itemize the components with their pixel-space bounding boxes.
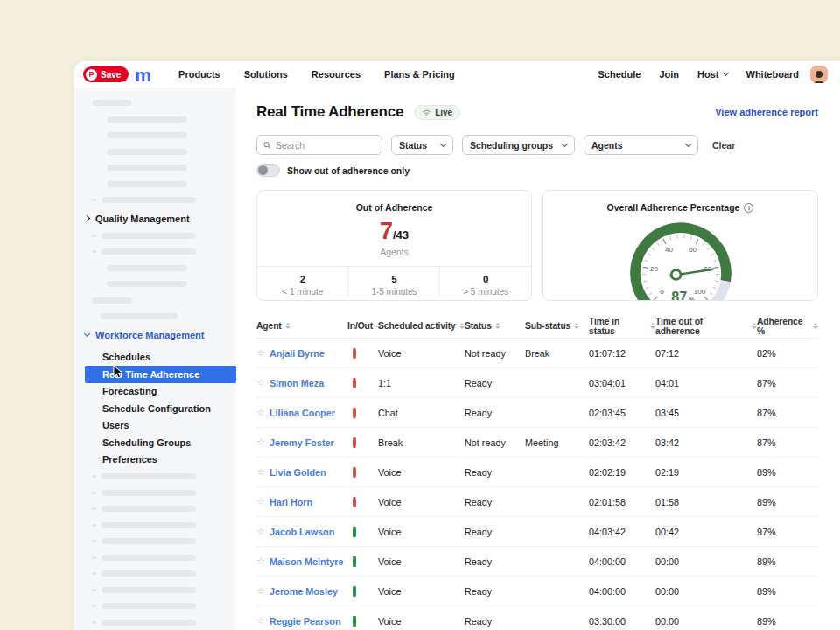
scheduling-groups-dropdown[interactable]: Scheduling groups <box>462 135 575 155</box>
chevron-down-icon <box>722 70 728 76</box>
time-out-value: 03:42 <box>655 438 757 448</box>
agent-name-link[interactable]: Jerome Mosley <box>270 586 338 597</box>
star-icon[interactable]: ☆ <box>256 526 265 537</box>
time-out-value: 03:45 <box>655 408 757 418</box>
table-header: Agent In/Out Scheduled activity Status S… <box>256 314 818 339</box>
agent-name-link[interactable]: Reggie Pearson <box>270 616 341 626</box>
svg-text:40: 40 <box>665 246 673 254</box>
time-out-value: 00:00 <box>655 616 757 626</box>
miro-logo[interactable]: m <box>135 66 150 84</box>
sidebar-subitem[interactable]: Scheduling Groups <box>74 434 236 452</box>
inout-dot <box>353 467 356 478</box>
nav-left: Products Solutions Resources Plans & Pri… <box>178 69 455 80</box>
skeleton-line <box>107 132 187 138</box>
agent-name-link[interactable]: Simon Meza <box>270 378 324 388</box>
sidebar-subitem[interactable]: Preferences <box>74 452 236 469</box>
sidebar-subitem[interactable]: Forecasting <box>74 383 236 401</box>
col-sub-status[interactable]: Sub-status <box>525 321 589 331</box>
agent-name-link[interactable]: Jeremy Foster <box>270 438 334 448</box>
star-icon[interactable]: ☆ <box>256 556 265 567</box>
nav-link[interactable]: Solutions <box>244 69 288 80</box>
nav-link[interactable]: Join <box>659 69 679 80</box>
inout-dot <box>353 348 356 359</box>
star-icon[interactable]: ☆ <box>256 466 265 478</box>
skeleton-line <box>92 506 236 512</box>
star-icon[interactable]: ☆ <box>256 496 265 508</box>
star-icon[interactable]: ☆ <box>256 407 265 418</box>
search-field[interactable] <box>276 140 375 150</box>
nav-link[interactable]: Resources <box>312 69 360 80</box>
star-icon[interactable]: ☆ <box>256 377 265 388</box>
star-icon[interactable]: ☆ <box>256 585 265 597</box>
clear-filters-button[interactable]: Clear <box>712 140 735 150</box>
sidebar-subitem[interactable]: Schedule Configuration <box>74 400 236 417</box>
status-dropdown[interactable]: Status <box>391 135 453 155</box>
col-time-out-of-adherence[interactable]: Time out of adherence <box>655 317 757 336</box>
out-stat: 5 1-5 minutes <box>348 267 440 297</box>
time-in-status-value: 02:01:58 <box>589 497 655 508</box>
sort-icon <box>285 323 290 329</box>
inout-dot <box>353 527 356 537</box>
sidebar-subitem[interactable]: Users <box>74 417 236 435</box>
col-status[interactable]: Status <box>465 321 525 331</box>
agents-table: Agent In/Out Scheduled activity Status S… <box>256 314 818 630</box>
nav-link[interactable]: Whiteboard <box>746 69 800 80</box>
scheduled-activity-value: Voice <box>378 497 465 508</box>
time-in-status-value: 04:00:00 <box>589 586 655 597</box>
star-icon[interactable]: ☆ <box>256 437 265 448</box>
scheduled-activity-value: Voice <box>378 556 465 567</box>
agent-name-link[interactable]: Hari Horn <box>270 497 312 508</box>
view-adherence-report-link[interactable]: View adherence report <box>715 107 818 117</box>
star-icon[interactable]: ☆ <box>256 615 265 626</box>
status-value: Ready <box>465 497 525 508</box>
star-icon[interactable]: ☆ <box>256 347 265 359</box>
scheduled-activity-value: Voice <box>378 348 465 359</box>
sidebar-subitem[interactable]: Schedules <box>74 349 236 367</box>
col-scheduled-activity[interactable]: Scheduled activity <box>378 321 465 331</box>
skeleton-line <box>92 233 236 239</box>
info-icon[interactable]: i <box>744 203 753 213</box>
agent-name-link[interactable]: Anjali Byrne <box>270 348 325 359</box>
pinterest-save-button[interactable]: P Save <box>83 66 129 82</box>
adherence-value: 97% <box>757 527 818 537</box>
table-row: ☆ Reggie Pearson Voice Ready 03:30:00 00… <box>256 606 818 630</box>
search-input[interactable] <box>256 135 382 155</box>
nav-link[interactable]: Host <box>697 69 727 80</box>
svg-text:100: 100 <box>693 288 705 296</box>
agent-name-link[interactable]: Jacob Lawson <box>270 527 334 537</box>
status-value: Ready <box>465 378 525 388</box>
chevron-right-icon <box>84 215 90 221</box>
gauge-value: 87 <box>671 289 687 301</box>
agents-dropdown[interactable]: Agents <box>584 135 698 155</box>
sidebar-subitem[interactable]: Real Time Adherence <box>85 366 236 383</box>
out-stats: 2 < 1 minute 5 1-5 minutes 0 > 5 minutes <box>257 266 531 297</box>
nav-link[interactable]: Products <box>178 69 220 80</box>
col-adherence-pct[interactable]: Adherence % <box>757 317 818 336</box>
sidebar-item-quality-management[interactable]: Quality Management <box>85 214 236 224</box>
scheduled-activity-value: 1:1 <box>378 378 465 388</box>
person-silhouette-icon <box>812 69 826 83</box>
agent-name-link[interactable]: Livia Golden <box>270 467 326 478</box>
col-agent[interactable]: Agent <box>256 321 347 331</box>
sort-icon <box>495 323 500 329</box>
out-stat: 0 > 5 minutes <box>439 267 531 297</box>
col-time-in-status[interactable]: Time in status <box>589 317 655 336</box>
agent-name-link[interactable]: Liliana Cooper <box>270 408 335 418</box>
app-window: P Save m Products Solutions Resources Pl… <box>74 61 840 630</box>
status-value: Not ready <box>465 438 525 448</box>
out-stat: 2 < 1 minute <box>257 267 348 297</box>
skeleton-line <box>107 281 187 287</box>
user-avatar[interactable] <box>810 66 828 83</box>
col-inout[interactable]: In/Out <box>347 321 378 331</box>
sidebar-item-workforce-management[interactable]: Workforce Management <box>85 330 236 340</box>
agent-name-link[interactable]: Maison Mcintyre <box>270 556 344 567</box>
time-in-status-value: 04:03:42 <box>589 527 655 537</box>
skeleton-line <box>92 570 236 577</box>
skeleton-line <box>92 587 236 593</box>
out-card-title: Out of Adherence <box>257 202 531 213</box>
nav-link[interactable]: Plans & Pricing <box>384 69 455 80</box>
out-of-adherence-toggle[interactable] <box>256 164 280 177</box>
status-value: Ready <box>465 408 525 418</box>
nav-link[interactable]: Schedule <box>598 69 641 80</box>
chevron-down-icon <box>685 140 691 146</box>
